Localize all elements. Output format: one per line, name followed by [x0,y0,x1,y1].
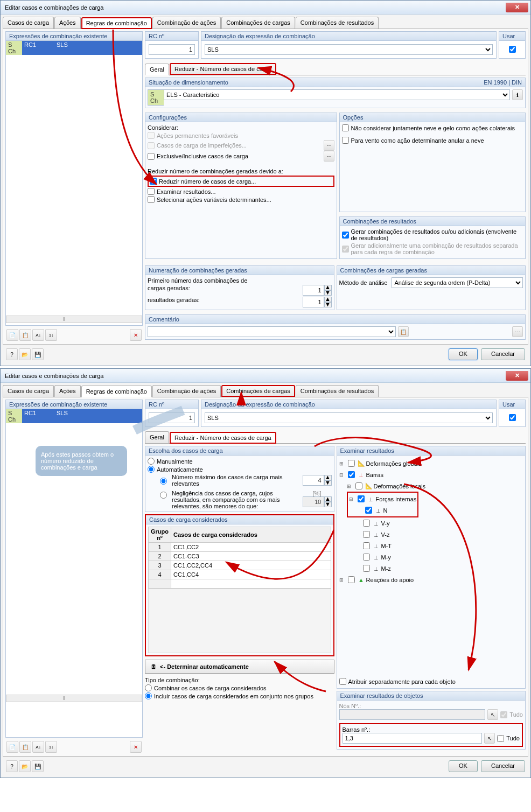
rc-no-label: RC nº [145,32,198,41]
table-row[interactable]: 4CC1,CC4 [149,570,331,579]
chk-exclusive[interactable] [148,153,155,160]
ok-button[interactable]: OK [449,348,478,360]
analysis-method-select[interactable]: Análise de segunda ordem (P-Delta) [392,277,523,288]
info-icon[interactable]: ℹ [512,89,523,100]
use-checkbox[interactable] [509,46,516,53]
sort-num-icon[interactable]: 1↓ [45,329,57,341]
table-row[interactable]: 3CC1,CC2,CC4 [149,561,331,570]
tab-combination-rules[interactable]: Regras de combinação [81,17,152,29]
radio-combine-considered[interactable] [145,684,152,691]
comment-select[interactable] [148,326,396,337]
chk-examine-results[interactable] [148,188,155,195]
examine-header: Examinar resultados [337,446,526,456]
design-situation-select[interactable]: ELS - Característico [164,89,510,100]
radio-include-groups[interactable] [145,692,152,699]
tab-combination-rules[interactable]: Regras de combinação [81,386,152,397]
edit-icon[interactable]: ⋯ [324,151,334,162]
designation-select[interactable]: SLS [205,412,493,423]
rc-name: SLS [54,409,142,423]
radio-negligence[interactable] [160,492,167,499]
spin-load-combos[interactable] [303,285,324,296]
designation-select[interactable]: SLS [205,44,493,55]
new-icon[interactable]: 📄 [6,741,18,753]
inner-tabs: Geral Reduzir - Número de casos de carga [145,63,526,75]
table-row[interactable]: 2CC1-CC3 [149,552,331,561]
cancel-button[interactable]: Cancelar [481,348,525,360]
chk-favorable [148,132,155,139]
tab-general[interactable]: Geral [145,431,169,443]
ok-button[interactable]: OK [449,760,478,772]
rc-id: RC1 [22,409,54,423]
chk-imperfections [148,142,155,149]
pick-icon[interactable]: ↖ [484,733,495,744]
tab-result-combinations[interactable]: Combinações de resultados [296,17,379,29]
tab-load-combinations[interactable]: Combinações de cargas [221,385,295,397]
tab-actions[interactable]: Ações [54,385,81,397]
tab-load-cases[interactable]: Casos de carga [3,17,54,29]
max-relevant-input[interactable] [303,475,324,486]
expression-list[interactable]: S Ch RC1 SLS [6,41,142,316]
tab-action-combinations[interactable]: Combinação de ações [152,385,221,397]
list-item[interactable]: S Ch RC1 SLS [6,41,142,55]
spin-down-icon[interactable]: ▼ [324,480,332,486]
tab-actions[interactable]: Ações [54,17,81,29]
rc-no-input[interactable] [149,44,195,55]
analysis-method-label: Método de análise [339,279,388,286]
pick-icon[interactable]: ↖ [487,709,498,720]
sch-tag: S Ch [6,41,22,55]
chk-all-bars[interactable] [497,735,504,742]
chk-wind-snow[interactable] [342,137,349,144]
delete-icon[interactable]: ✕ [130,329,142,341]
tab-action-combinations[interactable]: Combinação de ações [152,17,221,29]
sort-num-icon[interactable]: 1↓ [45,741,57,753]
close-button[interactable]: ✕ [506,371,528,381]
sort-az-icon[interactable]: A↓ [32,329,44,341]
radio-auto[interactable] [148,466,155,473]
open-icon[interactable]: 📂 [19,348,31,360]
rc-id: RC1 [22,41,54,55]
radio-manual[interactable] [148,458,155,465]
list-item[interactable]: S Ch RC1 SLS [6,409,142,423]
chk-select-determinant[interactable] [148,196,155,203]
use-checkbox[interactable] [509,414,516,421]
close-button[interactable]: ✕ [506,3,528,12]
tab-reduce[interactable]: Reduzir - Número de casos de carga [170,63,276,75]
scrollbar[interactable] [6,316,142,323]
comment-open-icon[interactable]: 📋 [398,326,409,337]
copy-icon[interactable]: 📋 [19,741,31,753]
edit-icon[interactable]: ⋯ [324,140,334,151]
radio-max-relevant[interactable] [160,478,167,485]
new-icon[interactable]: 📄 [6,329,18,341]
chk-attr-separate[interactable] [339,678,346,685]
considered-header: Casos de carga considerados [146,515,333,524]
bars-input[interactable] [343,733,483,744]
help-icon[interactable]: ? [6,348,18,360]
spin-down-icon[interactable]: ▼ [324,302,332,307]
table-row[interactable]: 1CC1,CC2 [149,543,331,552]
sort-az-icon[interactable]: A↓ [32,741,44,753]
determine-auto-button[interactable]: 🗓 <- Determinar automaticamente [145,660,334,674]
save-icon[interactable]: 💾 [32,348,44,360]
tab-reduce[interactable]: Reduzir - Número de casos de carga [170,432,276,444]
open-icon[interactable]: 📂 [19,760,31,772]
chk-gen-result-combo[interactable] [342,232,349,239]
tab-load-combinations[interactable]: Combinações de cargas [221,17,295,29]
scrollbar[interactable] [6,695,142,702]
cancel-button[interactable]: Cancelar [481,760,525,772]
chk-snow-ice[interactable] [342,124,349,131]
design-norm: EN 1990 | DIN [484,79,522,86]
results-tree[interactable]: ⊞📐Deformações globais ⊟⟂Barras ⊞📐Deforma… [339,458,523,585]
tab-result-combinations[interactable]: Combinações de resultados [296,385,379,397]
spin-result-combos[interactable] [303,297,324,307]
delete-icon[interactable]: ✕ [130,741,142,753]
tab-load-cases[interactable]: Casos de carga [3,385,54,397]
negligence-input [303,496,324,507]
help-icon[interactable]: ? [6,760,18,772]
chk-reduce-loadcases[interactable] [150,178,157,185]
tab-general[interactable]: Geral [145,64,169,75]
spin-down-icon[interactable]: ▼ [324,290,332,296]
copy-icon[interactable]: 📋 [19,329,31,341]
save-icon[interactable]: 💾 [32,760,44,772]
rc-no-input[interactable] [149,412,195,423]
comment-edit-icon[interactable]: ⋯ [512,326,523,337]
